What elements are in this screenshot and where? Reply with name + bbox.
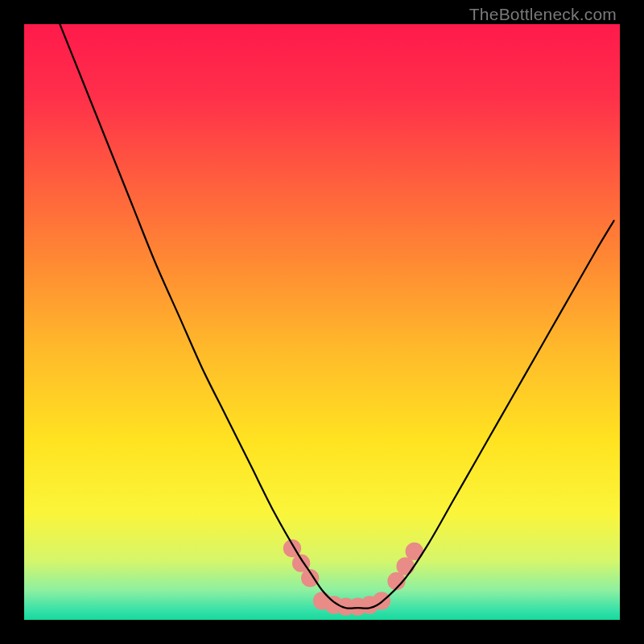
flat-6	[373, 592, 390, 609]
watermark-text: TheBottleneck.com	[469, 5, 617, 24]
chart-svg	[24, 24, 620, 620]
markers-group	[283, 539, 423, 616]
plot-area	[24, 24, 620, 620]
chart-frame: TheBottleneck.com	[0, 0, 644, 644]
right-cluster-2	[396, 557, 414, 575]
bottleneck-curve	[60, 24, 613, 609]
